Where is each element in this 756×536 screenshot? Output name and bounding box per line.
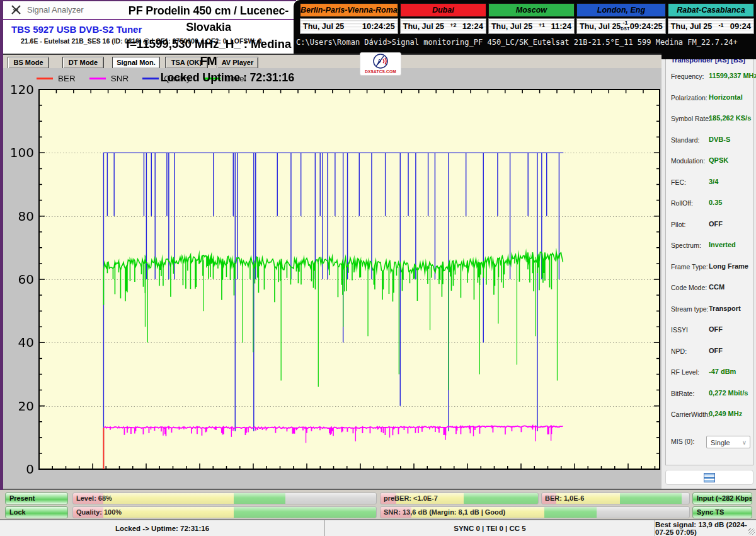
window-title: Signal Analyzer [27, 5, 84, 15]
panel-label: Pilot: [671, 221, 685, 228]
clock-cell: DubaiThu, Jul 25+212:24 [400, 3, 486, 34]
panel-label: FEC: [671, 178, 686, 186]
clock-date: Thu, Jul 25 [671, 22, 712, 31]
progress-bar-preber: preBER: <1.0E-7 [380, 492, 539, 504]
window-border-top [0, 0, 296, 1]
clock-datetime: Thu, Jul 25+212:24 [400, 18, 486, 34]
panel-value: QPSK [709, 156, 728, 164]
panel-label: ISSYI [671, 326, 688, 334]
clock-time: 10:24:25 [362, 21, 395, 31]
mis-select[interactable]: Single∨ [706, 436, 750, 448]
panel-value: 0,272 Mbit/s [709, 389, 748, 397]
clock-city-label: Berlin-Paris-Vienna-Roma [300, 3, 398, 17]
panel-label: Code Mode: [671, 284, 707, 291]
chart-canvas [0, 68, 662, 489]
site-locked-uptime: Locked Uptime : 72:31:16 [123, 69, 294, 86]
panel-value: DVB-S [709, 136, 730, 143]
legend-line-ber [37, 78, 53, 79]
transponder-side-panel: Transponder [AS] [BS] Frequency:11599,33… [662, 54, 756, 491]
clock-cell: London, EngThu, Jul 25-1DST09:24:25 [576, 3, 666, 34]
window-border-left [0, 0, 3, 490]
signal-analyzer-window: Signal Analyzer TBS 5927 USB DVB-S2 Tune… [0, 0, 756, 536]
clock-utc-offset: +1 [532, 24, 551, 29]
clock-time: 12:24 [462, 21, 483, 31]
clock-date: Thu, Jul 25 [491, 22, 532, 31]
dxsatcs-logo-text: DXSATCS.COM [365, 69, 396, 74]
clock-city-label: Moscow [488, 3, 575, 17]
status-button-present[interactable]: Present [5, 492, 68, 504]
panel-value: CCM [709, 283, 724, 291]
panel-label: Polarization: [671, 94, 707, 102]
panel-top-overlay [662, 54, 756, 59]
clock-utc-offset: +2 [444, 24, 462, 29]
panel-label: RF Level: [671, 368, 699, 376]
panel-value: Horizontal [709, 93, 743, 101]
panel-value: OFF [709, 347, 723, 354]
panel-value: -47 dBm [709, 368, 736, 375]
tab-bs-mode[interactable]: BS Mode [8, 57, 49, 69]
panel-value: 0,249 MHz [709, 410, 742, 417]
legend-line-snr [89, 78, 106, 79]
site-frequency-channel: f=11599,530 MHz_H_ : Medina FM [123, 35, 294, 69]
world-clocks: Berlin-Paris-Vienna-RomaThu, Jul 2510:24… [300, 3, 754, 34]
tab-dt-mode[interactable]: DT Mode [62, 57, 104, 69]
clock-time: 11:24 [551, 21, 571, 31]
progress-bar-ber: BER: 1,0E-6 [541, 492, 690, 504]
clock-console-panel: Berlin-Paris-Vienna-RomaThu, Jul 2510:24… [294, 0, 756, 54]
panel-value: Inverted [709, 241, 736, 248]
statusbar-sync-counters: SYNC 0 | TEI 0 | CC 5 [325, 520, 655, 536]
transport-stream-icon [704, 473, 715, 482]
resize-grip[interactable] [748, 528, 755, 535]
panel-label: Frequency: [671, 73, 704, 80]
panel-label: Symbol Rate: [671, 115, 711, 122]
panel-label: Frame Type: [671, 263, 708, 271]
panel-value: 185,262 KS/s [709, 114, 751, 122]
mode-tabbar: BS ModeDT ModeSignal Mon.TSA (OK)AV Play… [0, 54, 662, 68]
transponder-panel: Transponder [AS] [BS] Frequency:11599,33… [665, 54, 753, 465]
signal-monitor-chart: BERSNRQualityLevel [0, 68, 662, 489]
clock-city-label: London, Eng [576, 3, 666, 17]
status-indicator-rows: PresentLevel: 68%preBER: <1.0E-7BER: 1,0… [0, 489, 756, 519]
clock-utc-offset: -1DST [621, 21, 630, 32]
signal-analyzer-icon [11, 4, 21, 18]
status-button-input-282-kbps[interactable]: Input (~282 Kbps) [692, 492, 752, 504]
site-info: PF Prodelin 450 cm / Lucenec-Slovakia f=… [123, 3, 294, 54]
clock-date: Thu, Jul 25 [303, 22, 344, 31]
panel-value: OFF [709, 325, 723, 333]
mis-label: MIS (0): [671, 438, 694, 445]
clock-date: Thu, Jul 25 [403, 22, 444, 31]
legend-label-ber: BER [58, 74, 76, 83]
panel-value: OFF [709, 220, 723, 228]
transport-stream-button[interactable] [665, 470, 753, 485]
clock-time: 09:24:25 [630, 21, 663, 31]
status-button-sync-ts[interactable]: Sync TS [692, 506, 752, 518]
statusbar-best-signal: Best signal: 13,9 dB (2024-07-25 07:05) [655, 520, 750, 536]
clock-cell: Berlin-Paris-Vienna-RomaThu, Jul 2510:24… [300, 3, 398, 34]
console-prompt: C:\Users\Roman Dávid>Signal monitoring_P… [296, 38, 753, 47]
chevron-down-icon: ∨ [742, 436, 747, 449]
clock-datetime: Thu, Jul 2510:24:25 [300, 18, 398, 34]
status-button-lock[interactable]: Lock [5, 506, 68, 518]
panel-label: Stream type: [671, 305, 709, 313]
panel-label: Standard: [671, 136, 700, 144]
panel-label: CarrierWidth: [671, 411, 710, 418]
panel-value: 11599,337 MHz [709, 72, 756, 79]
panel-label: NPD: [671, 347, 687, 355]
clock-cell: MoscowThu, Jul 25+111:24 [488, 3, 575, 34]
clock-date: Thu, Jul 25 [580, 22, 621, 31]
dxsatcs-logo: DXSATCS.COM [360, 52, 401, 76]
progress-bar-snr: SNR: 13,6 dB (Margin: 8,1 dB | Good) [380, 506, 690, 518]
panel-value: 3/4 [709, 178, 718, 185]
clock-cell: Rabat-CasablancaThu, Jul 25-109:24 [668, 3, 754, 34]
panel-label: Modulation: [671, 157, 705, 165]
progress-bar-quality: Quality: 100% [72, 506, 377, 518]
clock-time: 09:24 [730, 21, 751, 31]
site-dish-location: PF Prodelin 450 cm / Lucenec-Slovakia [123, 3, 294, 35]
clock-utc-offset: -1 [712, 24, 730, 29]
clock-city-label: Dubai [400, 3, 486, 17]
clock-datetime: Thu, Jul 25-109:24 [668, 18, 754, 34]
panel-label: RollOff: [671, 199, 693, 207]
panel-value: 0.35 [709, 199, 722, 206]
dxsatcs-emblem [372, 53, 389, 69]
panel-value: Long Frame [709, 262, 748, 270]
